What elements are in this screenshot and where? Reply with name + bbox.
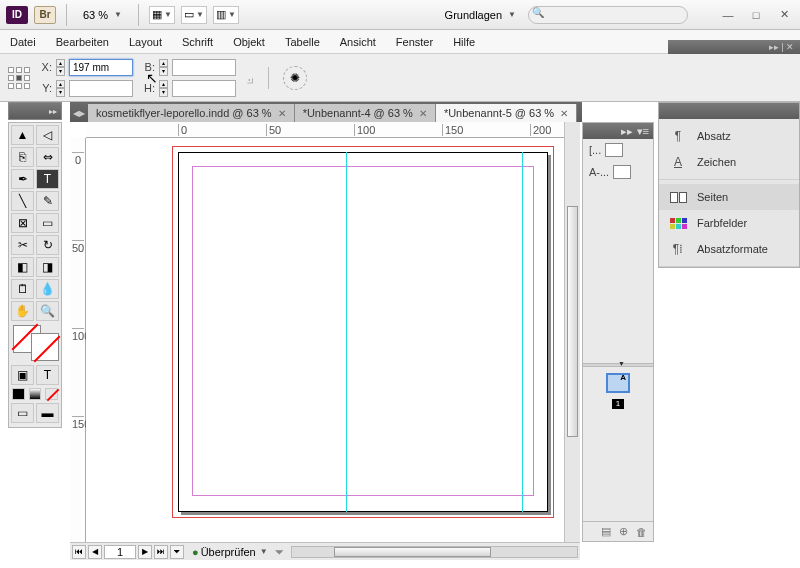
panel-collapse-icon[interactable]: ▸▸	[621, 125, 633, 138]
last-page-button[interactable]: ⏭	[154, 545, 168, 559]
panel-btn-absatz[interactable]: ¶Absatz	[659, 123, 799, 149]
master-none-row[interactable]: [...	[583, 139, 653, 161]
toolbox-header[interactable]: ▸▸	[8, 102, 62, 120]
gradient-swatch-tool[interactable]: ◧	[11, 257, 34, 277]
direct-selection-tool[interactable]: ◁	[36, 125, 59, 145]
panel-btn-farbfelder[interactable]: Farbfelder	[659, 210, 799, 236]
apply-color-icon[interactable]	[12, 388, 25, 400]
preview-view-icon[interactable]: ▬	[36, 403, 59, 423]
close-icon[interactable]: ✕	[774, 8, 794, 22]
rectangle-frame-tool[interactable]: ⊠	[11, 213, 34, 233]
hand-tool[interactable]: ✋	[11, 301, 34, 321]
formatting-container-icon[interactable]: ▣	[11, 365, 34, 385]
apply-gradient-icon[interactable]	[29, 388, 42, 400]
y-stepper[interactable]: ▴▾	[56, 80, 65, 97]
next-page-button[interactable]: ▶	[138, 545, 152, 559]
maximize-icon[interactable]: □	[746, 8, 766, 22]
selection-tool[interactable]: ▲	[11, 125, 34, 145]
dock-header[interactable]	[659, 103, 799, 119]
vertical-ruler[interactable]: 0 50 100 150	[70, 138, 86, 542]
scissors-tool[interactable]: ✂	[11, 235, 34, 255]
reference-point-selector[interactable]	[8, 67, 30, 89]
ruler-tick: 200	[530, 124, 551, 136]
delete-page-icon[interactable]: 🗑	[636, 526, 647, 538]
document-tabs: ◀▶ kosmetikflyer-leporello.indd @ 63 %✕ …	[70, 102, 582, 122]
column-guide[interactable]	[522, 152, 523, 512]
menu-tabelle[interactable]: Tabelle	[285, 36, 320, 48]
panel-btn-absatzformate[interactable]: ¶⁞Absatzformate	[659, 236, 799, 262]
margin-box	[192, 166, 534, 496]
menu-fenster[interactable]: Fenster	[396, 36, 433, 48]
zoom-tool[interactable]: 🔍	[36, 301, 59, 321]
gradient-feather-tool[interactable]: ◨	[36, 257, 59, 277]
pen-tool[interactable]: ✒	[11, 169, 34, 189]
menu-layout[interactable]: Layout	[129, 36, 162, 48]
menu-schrift[interactable]: Schrift	[182, 36, 213, 48]
w-field[interactable]	[172, 59, 236, 76]
master-thumb-icon	[613, 165, 631, 179]
line-tool[interactable]: ╲	[11, 191, 34, 211]
status-menu-icon[interactable]: ⏷	[274, 546, 285, 558]
panel-btn-seiten[interactable]: Seiten	[659, 184, 799, 210]
zoom-level-dropdown[interactable]: 63 %▼	[77, 7, 128, 23]
gap-tool[interactable]: ⇔	[36, 147, 59, 167]
normal-view-icon[interactable]: ▭	[11, 403, 34, 423]
menu-hilfe[interactable]: Hilfe	[453, 36, 475, 48]
preflight-label[interactable]: Überprüfen	[201, 546, 256, 558]
h-field[interactable]	[172, 80, 236, 97]
y-field[interactable]	[69, 80, 133, 97]
close-tab-icon[interactable]: ✕	[560, 108, 568, 119]
fill-stroke-swatch[interactable]	[11, 323, 61, 363]
note-tool[interactable]: 🗒	[11, 279, 34, 299]
close-tab-icon[interactable]: ✕	[278, 108, 286, 119]
menu-datei[interactable]: Datei	[10, 36, 36, 48]
right-dock-header[interactable]: ▸▸ | ✕	[668, 40, 800, 54]
bridge-icon[interactable]: Br	[34, 6, 56, 24]
x-field[interactable]	[69, 59, 133, 76]
pencil-tool[interactable]: ✎	[36, 191, 59, 211]
menu-ansicht[interactable]: Ansicht	[340, 36, 376, 48]
formatting-text-icon[interactable]: T	[36, 365, 59, 385]
canvas[interactable]	[86, 138, 580, 542]
h-stepper[interactable]: ▴▾	[159, 80, 168, 97]
preflight-ok-icon[interactable]: ●	[192, 546, 199, 558]
menu-objekt[interactable]: Objekt	[233, 36, 265, 48]
close-tab-icon[interactable]: ✕	[419, 108, 427, 119]
page-number-field[interactable]: 1	[104, 545, 136, 559]
eyedropper-tool[interactable]: 💧	[36, 279, 59, 299]
view-options-button[interactable]: ▦▼	[149, 6, 175, 24]
open-page-menu-button[interactable]: ⏷	[170, 545, 184, 559]
column-guide[interactable]	[346, 152, 347, 512]
w-stepper[interactable]: ▴▾	[159, 59, 168, 76]
first-page-button[interactable]: ⏮	[72, 545, 86, 559]
menu-bearbeiten[interactable]: Bearbeiten	[56, 36, 109, 48]
tab-scroll-left-icon[interactable]: ◀▶	[70, 104, 88, 122]
panel-splitter[interactable]	[583, 363, 653, 367]
prev-page-button[interactable]: ◀	[88, 545, 102, 559]
new-page-icon[interactable]: ⊕	[619, 525, 628, 538]
page-thumbnail[interactable]: A	[606, 373, 630, 393]
master-a-row[interactable]: A-...	[583, 161, 653, 183]
minimize-icon[interactable]: —	[718, 8, 738, 22]
page-tool[interactable]: ⎘	[11, 147, 34, 167]
x-stepper[interactable]: ▴▾	[56, 59, 65, 76]
horizontal-ruler[interactable]: 0 50 100 150 200	[86, 122, 580, 138]
doc-tab-3[interactable]: *Unbenannt-5 @ 63 %✕	[436, 104, 577, 122]
doc-tab-2[interactable]: *Unbenannt-4 @ 63 %✕	[295, 104, 436, 122]
constrain-proportions-icon[interactable]: ⟓	[246, 70, 254, 86]
screen-mode-button[interactable]: ▭▼	[181, 6, 207, 24]
workspace-switcher[interactable]: Grundlagen▼	[445, 9, 516, 21]
vertical-scrollbar[interactable]	[564, 122, 580, 542]
apply-none-icon[interactable]	[45, 388, 58, 400]
free-transform-tool[interactable]: ↻	[36, 235, 59, 255]
type-tool[interactable]: T	[36, 169, 59, 189]
edit-page-size-icon[interactable]: ▤	[601, 525, 611, 538]
effects-icon[interactable]: ✺	[283, 66, 307, 90]
panel-menu-icon[interactable]: ▾≡	[637, 125, 649, 138]
panel-btn-zeichen[interactable]: AZeichen	[659, 149, 799, 175]
horizontal-scrollbar[interactable]	[291, 546, 578, 558]
doc-tab-1[interactable]: kosmetikflyer-leporello.indd @ 63 %✕	[88, 104, 295, 122]
help-search-input[interactable]	[528, 6, 688, 24]
arrange-docs-button[interactable]: ▥▼	[213, 6, 239, 24]
rectangle-tool[interactable]: ▭	[36, 213, 59, 233]
